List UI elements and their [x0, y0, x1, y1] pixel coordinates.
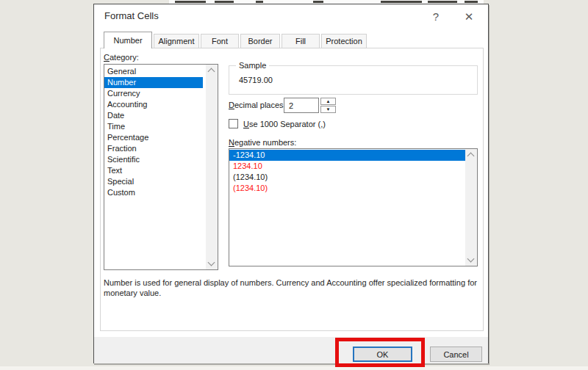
- spinner-up-icon: ▲: [326, 99, 331, 104]
- negative-number-item[interactable]: (1234.10): [229, 172, 466, 183]
- negative-numbers-scrollbar[interactable]: [465, 149, 477, 266]
- sliver-mark: [313, 1, 323, 3]
- negative-numbers-label: Negative numbers:: [229, 138, 296, 147]
- tab-alignment[interactable]: Alignment: [154, 34, 199, 48]
- category-item-currency[interactable]: Currency: [104, 88, 203, 99]
- sliver-mark: [215, 1, 234, 3]
- sliver-mark: [175, 1, 206, 3]
- decimal-places-label: Decimal places:: [229, 101, 286, 109]
- format-cells-dialog: Format Cells ? ✕ Number Alignment Font B…: [93, 4, 489, 363]
- category-item-fraction[interactable]: Fraction: [104, 143, 203, 154]
- help-icon[interactable]: ?: [425, 9, 447, 25]
- scroll-down-icon[interactable]: [208, 259, 215, 266]
- scroll-up-icon[interactable]: [467, 153, 475, 160]
- screen: Format Cells ? ✕ Number Alignment Font B…: [0, 0, 588, 370]
- negative-number-item[interactable]: 1234.10: [229, 161, 466, 172]
- spinner-up-button[interactable]: ▲: [320, 98, 336, 105]
- dialog-footer: OK Cancel: [94, 337, 488, 363]
- category-item-percentage[interactable]: Percentage: [104, 132, 203, 143]
- tab-font[interactable]: Font: [201, 34, 239, 48]
- dialog-title: Format Cells: [104, 10, 159, 21]
- tab-border[interactable]: Border: [240, 34, 280, 48]
- category-item-scientific[interactable]: Scientific: [104, 154, 203, 165]
- decimal-places-input[interactable]: [284, 98, 319, 113]
- category-item-date[interactable]: Date: [104, 110, 203, 121]
- close-icon[interactable]: ✕: [458, 9, 480, 25]
- category-item-special[interactable]: Special: [104, 176, 203, 187]
- scroll-up-icon[interactable]: [208, 68, 215, 76]
- category-label: Category:: [104, 53, 139, 62]
- category-item-general[interactable]: General: [104, 66, 203, 77]
- sliver-mark: [428, 1, 457, 3]
- sliver-mark: [381, 1, 422, 3]
- scroll-down-icon[interactable]: [467, 255, 475, 263]
- category-item-custom[interactable]: Custom: [104, 187, 203, 198]
- tab-strip: Number Alignment Font Border Fill Protec…: [104, 32, 367, 48]
- sample-value: 45719.00: [239, 76, 273, 84]
- spinner-down-button[interactable]: ▼: [320, 106, 336, 113]
- category-item-number[interactable]: Number: [104, 77, 203, 88]
- category-item-accounting[interactable]: Accounting: [104, 99, 203, 110]
- use-1000-separator-checkbox[interactable]: [229, 119, 238, 128]
- tab-number[interactable]: Number: [104, 32, 152, 48]
- category-listbox: General Number Currency Accounting Date …: [104, 64, 218, 270]
- negative-number-item[interactable]: -1234.10: [229, 150, 466, 161]
- decimal-places-spinner: ▲ ▼: [320, 98, 336, 113]
- category-item-text[interactable]: Text: [104, 165, 203, 176]
- category-item-time[interactable]: Time: [104, 121, 203, 132]
- tab-fill[interactable]: Fill: [282, 34, 320, 48]
- sample-groupbox: Sample 45719.00: [229, 65, 478, 95]
- spinner-down-icon: ▼: [326, 107, 331, 112]
- negative-number-item[interactable]: (1234.10): [229, 183, 466, 194]
- sample-group-label: Sample: [236, 61, 269, 70]
- sliver-mark: [256, 1, 263, 3]
- number-format-description: Number is used for general display of nu…: [104, 278, 477, 298]
- ok-button[interactable]: OK: [353, 347, 412, 362]
- negative-numbers-listbox: -1234.10 1234.10 (1234.10) (1234.10): [229, 148, 478, 266]
- dialog-titlebar: Format Cells ? ✕: [94, 4, 488, 28]
- tab-protection[interactable]: Protection: [321, 34, 367, 48]
- sliver-mark: [465, 1, 478, 3]
- use-1000-separator-label: Use 1000 Separator (,): [243, 120, 326, 128]
- category-scrollbar[interactable]: [206, 65, 218, 269]
- background-bottom-strip: [0, 366, 588, 370]
- cancel-button[interactable]: Cancel: [430, 347, 482, 362]
